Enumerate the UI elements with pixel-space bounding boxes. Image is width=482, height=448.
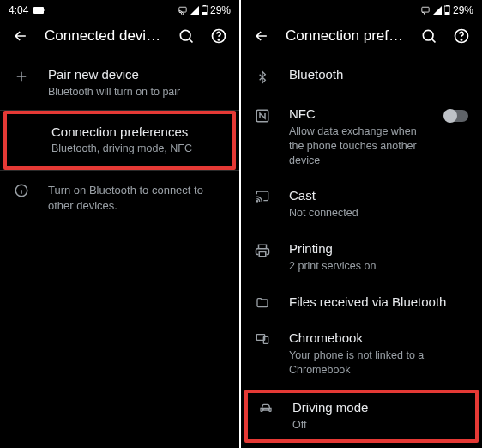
driving-sub: Off xyxy=(292,418,465,433)
app-bar: Connection preferen... xyxy=(241,19,482,57)
connpref-label: Connection preferences xyxy=(51,124,222,141)
printer-icon xyxy=(255,243,270,258)
plus-icon xyxy=(14,69,29,84)
svg-rect-2 xyxy=(203,5,206,6)
page-title: Connection preferen... xyxy=(286,27,405,45)
signal-icon xyxy=(190,6,199,15)
car-icon xyxy=(257,402,274,415)
status-bar: 29% xyxy=(241,0,482,19)
highlight-connection-preferences: Connection preferences Bluetooth, drivin… xyxy=(3,111,236,171)
cast-label: Cast xyxy=(289,188,468,204)
bluetooth-label: Bluetooth xyxy=(289,67,468,83)
bluetooth-icon xyxy=(256,69,269,86)
svg-rect-3 xyxy=(202,12,207,15)
row-cast[interactable]: Cast Not connected xyxy=(241,178,482,231)
highlight-driving-mode: Driving mode Off xyxy=(244,390,479,443)
row-files-received[interactable]: Files received via Bluetooth xyxy=(241,284,482,321)
connpref-sub: Bluetooth, driving mode, NFC xyxy=(51,142,222,156)
pair-sub: Bluetooth will turn on to pair xyxy=(48,85,226,100)
row-pair-new-device[interactable]: Pair new device Bluetooth will turn on t… xyxy=(0,57,239,110)
row-printing[interactable]: Printing 2 print services on xyxy=(241,231,482,284)
svg-point-6 xyxy=(218,39,219,40)
nfc-sub: Allow data exchange when the phone touch… xyxy=(289,124,427,168)
back-icon[interactable] xyxy=(253,27,270,45)
printing-sub: 2 print services on xyxy=(289,259,468,274)
svg-rect-8 xyxy=(422,7,429,12)
svg-rect-0 xyxy=(179,7,186,12)
back-icon[interactable] xyxy=(12,27,29,45)
folder-icon xyxy=(255,296,270,310)
svg-point-12 xyxy=(423,30,433,40)
nfc-label: NFC xyxy=(289,106,427,123)
status-battery: 29% xyxy=(453,4,473,16)
signal-icon xyxy=(433,6,442,15)
printing-label: Printing xyxy=(289,241,468,257)
svg-rect-11 xyxy=(445,12,449,15)
row-driving-mode[interactable]: Driving mode Off xyxy=(248,393,475,439)
svg-point-20 xyxy=(262,409,263,410)
files-label: Files received via Bluetooth xyxy=(289,294,468,311)
devices-icon xyxy=(254,332,271,346)
status-battery: 29% xyxy=(210,4,231,16)
svg-point-16 xyxy=(256,201,257,202)
row-nfc[interactable]: NFC Allow data exchange when the phone t… xyxy=(241,96,482,178)
status-bar: 4:04 29% xyxy=(0,0,239,19)
info-text: Turn on Bluetooth to connect to other de… xyxy=(48,183,226,213)
nfc-icon xyxy=(255,108,270,124)
search-icon[interactable] xyxy=(420,27,437,45)
chromebook-label: Chromebook xyxy=(289,330,468,347)
page-title: Connected devices xyxy=(45,27,162,45)
row-bluetooth[interactable]: Bluetooth xyxy=(241,57,482,96)
battery-icon xyxy=(202,5,208,15)
chromebook-sub: Your phone is not linked to a Chromebook xyxy=(289,348,468,378)
help-icon[interactable] xyxy=(453,27,470,45)
svg-rect-17 xyxy=(259,252,266,257)
svg-point-4 xyxy=(180,30,190,40)
cast-icon xyxy=(255,190,270,203)
help-icon[interactable] xyxy=(210,27,227,45)
info-icon xyxy=(14,183,29,198)
row-connection-preferences[interactable]: Connection preferences Bluetooth, drivin… xyxy=(7,114,232,167)
driving-label: Driving mode xyxy=(292,400,465,416)
cast-sub: Not connected xyxy=(289,206,468,221)
status-time: 4:04 xyxy=(9,4,28,16)
cast-status-icon xyxy=(178,6,188,15)
battery-icon xyxy=(444,5,450,15)
row-bluetooth-info: Turn on Bluetooth to connect to other de… xyxy=(0,171,239,223)
app-bar: Connected devices xyxy=(0,19,239,57)
svg-point-21 xyxy=(268,409,269,410)
nfc-toggle[interactable] xyxy=(444,110,468,122)
svg-point-14 xyxy=(461,39,461,40)
phone-left: 4:04 29% Connected devices Pair new devi… xyxy=(0,0,239,448)
phone-right: 29% Connection preferen... Bluetooth NFC… xyxy=(241,0,482,448)
search-icon[interactable] xyxy=(178,27,195,45)
row-chromebook[interactable]: Chromebook Your phone is not linked to a… xyxy=(241,320,482,388)
video-icon xyxy=(33,7,44,14)
svg-rect-10 xyxy=(446,5,449,6)
pair-label: Pair new device xyxy=(48,67,226,83)
cast-status-icon xyxy=(420,6,431,15)
